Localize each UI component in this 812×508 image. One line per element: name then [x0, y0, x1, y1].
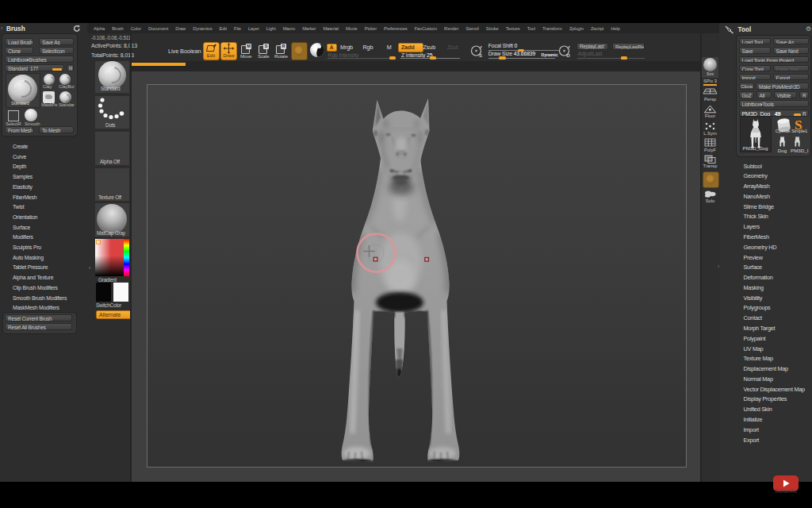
svg-text:D: D: [567, 53, 571, 58]
svg-text:S: S: [479, 53, 482, 58]
